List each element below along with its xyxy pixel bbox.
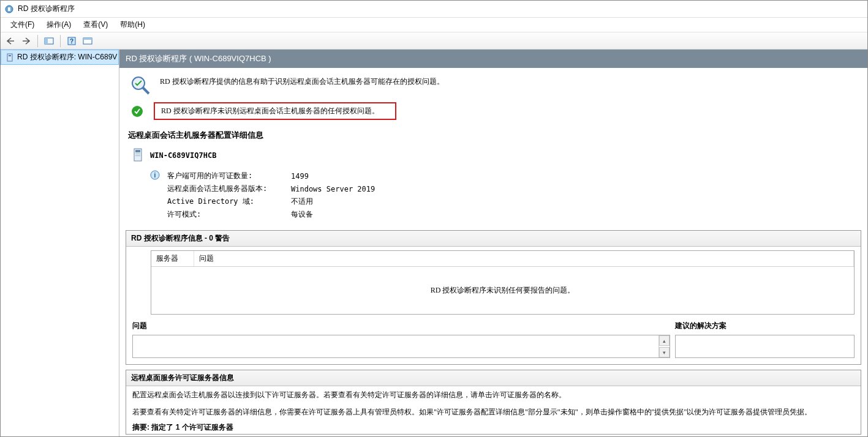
back-button[interactable] bbox=[3, 34, 18, 48]
kv-value: 不适用 bbox=[291, 196, 375, 207]
computer-icon bbox=[132, 147, 144, 164]
solution-heading: 建议的解决方案 bbox=[675, 319, 855, 335]
panel-icon bbox=[44, 37, 54, 45]
intro-text: RD 授权诊断程序提供的信息有助于识别远程桌面会话主机服务器可能存在的授权问题。 bbox=[160, 74, 444, 87]
menu-action[interactable]: 操作(A) bbox=[40, 18, 77, 32]
license-summary: 摘要: 指定了 1 个许可证服务器 bbox=[126, 421, 861, 434]
content-pane: RD 授权诊断程序 ( WIN-C689VIQ7HCB ) RD 授权诊断程序提… bbox=[119, 50, 867, 436]
scrollbar[interactable]: ▴ ▾ bbox=[659, 335, 670, 357]
issue-box[interactable]: ▴ ▾ bbox=[132, 335, 670, 358]
kv-value: 1499 bbox=[291, 170, 375, 182]
arrow-right-icon bbox=[21, 37, 31, 45]
grid-empty-message: RD 授权诊断程序未识别任何要报告的问题。 bbox=[151, 267, 854, 314]
ok-icon bbox=[132, 106, 143, 117]
config-details-table: 客户端可用的许可证数量: 1499 远程桌面会话主机服务器版本: Windows… bbox=[166, 169, 376, 222]
license-text-1: 配置远程桌面会话主机服务器以连接到以下许可证服务器。若要查看有关特定许可证服务器… bbox=[126, 386, 861, 403]
app-icon bbox=[4, 4, 14, 14]
grid-col-server[interactable]: 服务器 bbox=[151, 251, 194, 266]
problems-grid[interactable]: 服务器 问题 RD 授权诊断程序未识别任何要报告的问题。 bbox=[151, 250, 855, 315]
config-heading: 远程桌面会话主机服务器配置详细信息 bbox=[119, 126, 867, 144]
window-icon bbox=[83, 37, 92, 45]
license-text-2: 若要查看有关特定许可证服务器的详细信息，你需要在许可证服务器上具有管理员特权。如… bbox=[126, 403, 861, 420]
table-row: 远程桌面会话主机服务器版本: Windows Server 2019 bbox=[167, 183, 375, 195]
menu-bar: 文件(F) 操作(A) 查看(V) 帮助(H) bbox=[1, 18, 867, 32]
svg-line-11 bbox=[143, 88, 149, 94]
toolbar-separator bbox=[37, 35, 38, 47]
kv-value: 每设备 bbox=[291, 209, 375, 220]
scroll-up-button[interactable]: ▴ bbox=[659, 335, 670, 346]
kv-key: 客户端可用的许可证数量: bbox=[167, 170, 290, 182]
svg-text:i: i bbox=[154, 172, 156, 179]
svg-text:?: ? bbox=[70, 38, 74, 45]
diagnostics-panel: RD 授权诊断程序信息 - 0 警告 服务器 问题 RD 授权诊断程序未识别任何… bbox=[126, 230, 861, 365]
tree-item-rd-diag[interactable]: RD 授权诊断程序: WIN-C689V bbox=[1, 50, 119, 65]
svg-rect-7 bbox=[83, 38, 92, 40]
window-title: RD 授权诊断程序 bbox=[18, 4, 75, 14]
license-server-panel: 远程桌面服务许可证服务器信息 配置远程桌面会话主机服务器以连接到以下许可证服务器… bbox=[126, 370, 861, 435]
server-name: WIN-C689VIQ7HCB bbox=[150, 151, 216, 160]
kv-key: Active Directory 域: bbox=[167, 196, 290, 207]
svg-rect-3 bbox=[45, 38, 48, 44]
menu-help[interactable]: 帮助(H) bbox=[114, 18, 151, 32]
table-row: Active Directory 域: 不适用 bbox=[167, 196, 375, 207]
svg-rect-13 bbox=[135, 150, 140, 152]
window-title-bar: RD 授权诊断程序 bbox=[1, 1, 867, 18]
scroll-down-button[interactable]: ▾ bbox=[659, 347, 670, 357]
svg-rect-8 bbox=[7, 54, 12, 61]
info-icon: i bbox=[150, 170, 160, 180]
server-icon bbox=[5, 53, 15, 62]
kv-value: Windows Server 2019 bbox=[291, 183, 375, 195]
table-row: 客户端可用的许可证数量: 1499 bbox=[167, 170, 375, 182]
svg-rect-14 bbox=[135, 154, 140, 154]
svg-rect-1 bbox=[8, 7, 10, 11]
help-button[interactable]: ? bbox=[64, 34, 79, 48]
toolbar: ? bbox=[1, 32, 867, 50]
svg-rect-9 bbox=[9, 55, 11, 56]
content-header: RD 授权诊断程序 ( WIN-C689VIQ7HCB ) bbox=[119, 50, 867, 68]
license-panel-title: 远程桌面服务许可证服务器信息 bbox=[126, 370, 861, 386]
kv-key: 许可模式: bbox=[167, 209, 290, 220]
svg-rect-15 bbox=[135, 155, 140, 156]
console-tree-button[interactable] bbox=[42, 34, 56, 48]
menu-file[interactable]: 文件(F) bbox=[4, 18, 40, 32]
table-row: 许可模式: 每设备 bbox=[167, 209, 375, 220]
forward-button[interactable] bbox=[19, 34, 34, 48]
toolbar-separator bbox=[60, 35, 61, 47]
menu-view[interactable]: 查看(V) bbox=[77, 18, 114, 32]
solution-box[interactable] bbox=[675, 335, 855, 358]
view-button[interactable] bbox=[80, 34, 95, 48]
issue-heading: 问题 bbox=[132, 319, 670, 335]
grid-col-problem[interactable]: 问题 bbox=[194, 251, 854, 266]
status-message: RD 授权诊断程序未识别远程桌面会话主机服务器的任何授权问题。 bbox=[161, 106, 379, 115]
arrow-left-icon bbox=[6, 37, 15, 45]
status-message-box: RD 授权诊断程序未识别远程桌面会话主机服务器的任何授权问题。 bbox=[154, 102, 396, 120]
help-icon: ? bbox=[67, 36, 77, 46]
tree-pane: RD 授权诊断程序: WIN-C689V bbox=[1, 50, 119, 436]
diagnostics-icon bbox=[129, 74, 151, 96]
diagnostics-panel-title: RD 授权诊断程序信息 - 0 警告 bbox=[126, 231, 861, 247]
tree-item-label: RD 授权诊断程序: WIN-C689V bbox=[17, 52, 117, 62]
kv-key: 远程桌面会话主机服务器版本: bbox=[167, 183, 290, 195]
